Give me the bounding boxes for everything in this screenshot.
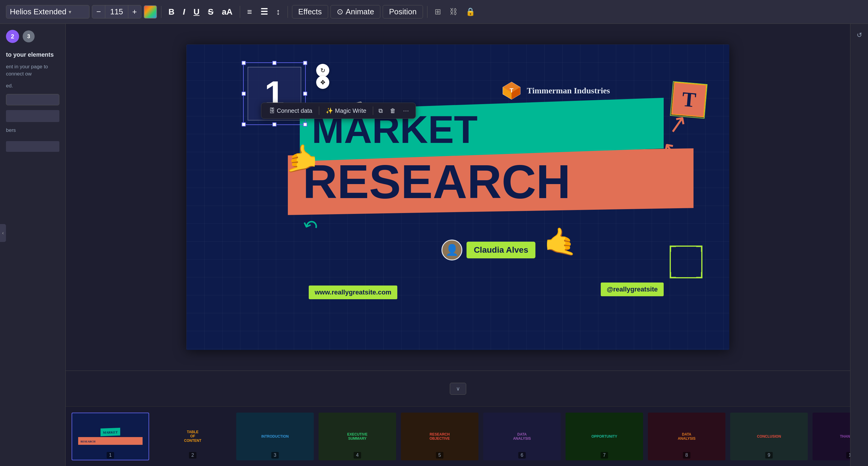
person-avatar: 👤 <box>441 240 462 260</box>
thumb-4-title: EXECUTIVESUMMARY <box>347 432 368 441</box>
thumb-7-title: OPPORTUNITY <box>591 434 617 439</box>
sidebar-placeholder-1 <box>6 110 59 122</box>
slide-thumb-6[interactable]: DATAANALYSIS 6 <box>483 413 561 460</box>
main-toolbar: Helios Extended ▾ − 115 + B I U S aA ≡ ☰… <box>0 0 868 24</box>
copy-button[interactable]: ⧉ <box>375 105 386 116</box>
separator-3 <box>287 6 288 18</box>
social-handle-text: @reallygreatsite <box>607 285 658 293</box>
right-panel-undo-button[interactable]: ↺ <box>853 29 866 42</box>
list-button[interactable]: ☰ <box>257 5 271 19</box>
slide-thumb-10[interactable]: THANK SO M 10 <box>812 413 850 460</box>
thumb-9-title: CONCLUSION <box>757 434 781 439</box>
canvas-collapse-button[interactable]: ∨ <box>450 383 466 395</box>
font-selector[interactable]: Helios Extended ▾ <box>6 5 90 19</box>
context-toolbar: 🗄 Connect data ✨ Magic Write ⧉ 🗑 ⋯ <box>261 103 416 119</box>
slide-number-9: 9 <box>765 452 773 459</box>
slide-number-7: 7 <box>601 452 608 459</box>
crop-box-decoration <box>670 246 703 278</box>
ctx-sep-1 <box>319 106 319 115</box>
sidebar-collapse-handle[interactable]: ‹ <box>0 224 6 242</box>
company-name-text: Timmerman Industries <box>527 86 610 95</box>
position-button[interactable]: Position <box>383 5 423 19</box>
grid-icon-button[interactable]: ⊞ <box>432 5 444 18</box>
filmstrip: MARKET RESEARCH 1 TABLEOFCONTENT 2 INTR <box>66 406 850 466</box>
slide-thumb-8[interactable]: DATAANALYSIS 8 <box>648 413 725 460</box>
font-name-label: Helios Extended <box>10 7 66 17</box>
svg-text:T: T <box>510 87 514 94</box>
slide-number-8: 8 <box>683 452 690 459</box>
bold-button[interactable]: B <box>165 5 178 19</box>
font-size-value[interactable]: 115 <box>105 5 128 18</box>
sidebar-placeholder-2 <box>6 141 59 152</box>
left-sidebar: 2 3 to your elements ent in your page to… <box>0 24 66 466</box>
rotate-action-icon[interactable]: ↻ <box>316 64 329 77</box>
handle-bottom-left[interactable] <box>242 122 246 126</box>
move-icon: ✥ <box>320 79 326 86</box>
underline-button[interactable]: U <box>191 5 203 19</box>
animate-label: Animate <box>346 7 374 17</box>
animate-icon: ⊙ <box>337 7 343 17</box>
canvas-wrapper[interactable]: 1 ↻ ✥ <box>66 24 850 371</box>
separator-1 <box>161 6 161 18</box>
handle-middle-left[interactable] <box>242 92 246 96</box>
more-options-button[interactable]: ⋯ <box>400 105 412 116</box>
handle-middle-right[interactable] <box>303 92 307 96</box>
canvas-area: 1 ↻ ✥ <box>66 24 850 466</box>
lock-icon-button[interactable]: 🔒 <box>463 5 478 18</box>
research-text: RESEARCH <box>303 158 679 206</box>
thumb-2-title: TABLEOFCONTENT <box>184 430 202 443</box>
strikethrough-button[interactable]: S <box>205 5 217 19</box>
slide-number-2: 2 <box>189 452 196 459</box>
sidebar-description: ent in your page to connect ow <box>6 63 59 77</box>
sidebar-field-input[interactable] <box>6 94 59 105</box>
case-button[interactable]: aA <box>219 5 236 19</box>
text-color-button[interactable] <box>144 5 157 19</box>
animate-button[interactable]: ⊙ Animate <box>331 5 380 19</box>
slide-thumb-1[interactable]: MARKET RESEARCH 1 <box>71 413 149 460</box>
rotate-icon: ↻ <box>320 67 326 74</box>
font-size-decrease[interactable]: − <box>92 5 105 18</box>
align-button[interactable]: ≡ <box>244 5 255 19</box>
db-icon: 🗄 <box>269 107 275 114</box>
collapse-down-icon: ∨ <box>456 386 460 392</box>
handle-top-right[interactable] <box>303 61 307 65</box>
line-height-button[interactable]: ↕ <box>273 5 283 19</box>
font-size-increase[interactable]: + <box>128 5 141 18</box>
font-selector-chevron: ▾ <box>69 9 71 15</box>
slide-number-5: 5 <box>436 452 443 459</box>
handle-bottom-right[interactable] <box>303 122 307 126</box>
slide-thumb-2[interactable]: TABLEOFCONTENT 2 <box>154 413 231 460</box>
move-action-icon[interactable]: ✥ <box>316 76 329 89</box>
handle-top-left[interactable] <box>242 61 246 65</box>
bottom-area: ∨ <box>66 371 850 406</box>
effects-button[interactable]: Effects <box>292 5 328 19</box>
connect-data-button[interactable]: 🗄 Connect data <box>265 105 316 116</box>
italic-button[interactable]: I <box>180 5 188 19</box>
chain-icon-button[interactable]: ⛓ <box>446 5 460 18</box>
magic-write-button[interactable]: ✨ Magic Write <box>321 105 370 116</box>
handle-bottom-middle[interactable] <box>272 122 277 126</box>
handle-top-middle[interactable] <box>272 61 277 65</box>
avatar-secondary: 3 <box>23 30 35 42</box>
thumb-6-title: DATAANALYSIS <box>513 432 531 441</box>
person-name-badge: Claudia Alves <box>466 242 535 258</box>
slide-thumb-9[interactable]: CONCLUSION 9 <box>730 413 808 460</box>
delete-button[interactable]: 🗑 <box>387 105 399 116</box>
slide-thumb-5[interactable]: RESEARCHOBJECTIVE 5 <box>401 413 478 460</box>
thumb-3-title: INTRODUCTION <box>261 434 289 439</box>
sidebar-title: to your elements <box>6 51 59 59</box>
slide-number-4: 4 <box>354 452 361 459</box>
slide-thumb-7[interactable]: OPPORTUNITY 7 <box>565 413 643 460</box>
hand-emoji-right: 🤙 <box>544 226 577 257</box>
person-badge: 👤 Claudia Alves <box>441 240 535 260</box>
thumb-10-content: THANK SO M <box>813 413 850 460</box>
magic-write-label: Magic Write <box>335 107 366 114</box>
avatar-primary: 2 <box>6 30 19 43</box>
spiral-arrow-decor: ↶ <box>300 214 321 239</box>
thumb-10-title: THANK SO M <box>840 434 850 439</box>
slide-canvas[interactable]: 1 ↻ ✥ <box>186 44 729 350</box>
slide-thumb-4[interactable]: EXECUTIVESUMMARY 4 <box>318 413 396 460</box>
slide-number-6: 6 <box>519 452 526 459</box>
sidebar-avatar-row: 2 3 <box>6 30 59 43</box>
slide-thumb-3[interactable]: INTRODUCTION 3 <box>236 413 314 460</box>
